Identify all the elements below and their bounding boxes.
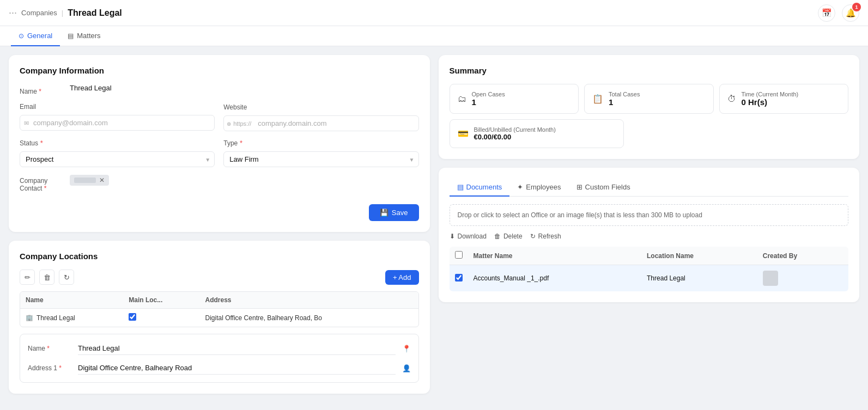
form-actions: 💾 Save [20,200,419,221]
refresh-action[interactable]: ↻ Refresh [530,232,561,240]
save-button[interactable]: 💾 Save [369,204,419,221]
name-value: Thread Legal [70,84,419,92]
matters-tab-icon: ▤ [68,32,74,40]
company-info-card: Company Information Name * Thread Legal … [9,55,430,232]
name-label: Name * [20,84,63,95]
contact-tag-remove[interactable]: ✕ [99,176,105,184]
name-required: * [37,88,41,95]
time-value: 0 Hr(s) [742,97,799,107]
contact-tag-1[interactable]: ✕ [70,175,109,186]
employees-tab-label: Employees [526,183,561,191]
email-icon: ✉ [24,119,29,126]
documents-table: Matter Name Location Name Created By Acc… [450,247,849,291]
col-address: Address [199,292,418,309]
location-name-label: Name * [28,345,71,352]
locations-table: Name Main Loc... Address 🏢 Thread Legal [20,292,418,327]
col-name: Name [20,292,123,309]
upload-zone[interactable]: Drop or click to select an Office or an … [450,204,849,226]
right-column: Summary 🗂 Open Cases 1 📋 Total Cases 1 [439,55,860,395]
billed-label: Billed/Unbilled (Current Month) [474,126,556,133]
tab-employees[interactable]: ✦ Employees [509,179,568,197]
billed-card: 💳 Billed/Unbilled (Current Month) €0.00/… [450,119,624,148]
building-icon: 🏢 [26,314,33,321]
type-label: Type [223,139,238,147]
general-tab-label: General [27,32,52,40]
delete-action[interactable]: 🗑 Delete [494,232,523,240]
main-loc-checkbox[interactable] [129,313,136,321]
delete-location-button[interactable]: 🗑 [39,270,54,285]
top-nav: ··· Companies | Thread Legal 📅 🔔 1 [0,0,868,26]
table-row: Accounts_Manual _1_.pdf Thread Legal [450,265,849,292]
location-name-input[interactable] [78,342,396,355]
total-cases-value: 1 [609,97,640,107]
email-input[interactable] [20,115,215,131]
refresh-action-icon: ↻ [530,232,536,240]
website-icon: ⊕ [227,120,231,126]
col-created-by: Created By [757,247,848,265]
address1-input[interactable] [78,362,396,375]
documents-tab-label: Documents [466,183,502,191]
doc-matter-name: Accounts_Manual _1_.pdf [468,265,642,292]
documents-card: ▤ Documents ✦ Employees ⊞ Custom Fields … [439,168,860,302]
location-form: Name * 📍 Address 1 * 👤 [20,334,419,383]
tab-general[interactable]: ⊙ General [11,26,60,46]
time-card: ⏱ Time (Current Month) 0 Hr(s) [719,84,849,114]
doc-tabs: ▤ Documents ✦ Employees ⊞ Custom Fields [450,179,849,197]
col-location-name: Location Name [641,247,757,265]
left-column: Company Information Name * Thread Legal … [9,55,430,395]
tab-bar: ⊙ General ▤ Matters [0,26,868,46]
breadcrumb-separator: | [62,9,63,17]
company-locations-card: Company Locations ✏ 🗑 ↻ + Add Name [9,241,430,394]
calendar-button[interactable]: 📅 [818,4,835,22]
open-cases-value: 1 [472,97,505,107]
summary-card: Summary 🗂 Open Cases 1 📋 Total Cases 1 [439,55,860,159]
download-icon: ⬇ [450,232,455,240]
contact-tags: ✕ [70,175,109,186]
created-by-avatar [763,271,778,286]
billed-value: €0.00/€0.00 [474,133,556,141]
main-layout: Company Information Name * Thread Legal … [0,46,868,404]
custom-fields-tab-icon: ⊞ [576,183,582,191]
notification-button[interactable]: 🔔 1 [842,4,859,22]
website-field: Website ⊕ https:// [223,103,418,131]
open-cases-icon: 🗂 [458,94,466,104]
nav-right: 📅 🔔 1 [818,4,859,22]
open-cases-card: 🗂 Open Cases 1 [450,84,579,114]
doc-row-checkbox[interactable] [455,274,463,282]
refresh-icon: ↻ [64,273,70,282]
tab-custom-fields[interactable]: ⊞ Custom Fields [569,179,638,197]
documents-table-container: Matter Name Location Name Created By Acc… [450,247,849,291]
tab-documents[interactable]: ▤ Documents [450,179,510,197]
calendar-icon: 📅 [822,8,832,18]
loc-name: Thread Legal [37,314,75,322]
type-select[interactable]: Law Firm Corporation Partnership [223,151,418,167]
total-cases-card: 📋 Total Cases 1 [584,84,714,114]
table-row: 🏢 Thread Legal Digital Office Centre, Ba… [20,309,418,327]
status-label: Status [20,139,38,147]
website-label: Website [223,103,247,111]
download-action[interactable]: ⬇ Download [450,232,487,240]
time-label: Time (Current Month) [742,91,799,97]
documents-tab-icon: ▤ [457,183,464,191]
address1-label: Address 1 * [28,364,71,372]
type-field: Type * Law Firm Corporation Partnership … [223,139,418,167]
breadcrumb-companies[interactable]: Companies [21,9,57,17]
nav-dots[interactable]: ··· [9,7,17,19]
refresh-label: Refresh [538,232,561,240]
doc-location-name: Thread Legal [641,265,757,292]
select-all-checkbox[interactable] [455,251,463,259]
status-select[interactable]: Prospect Active Inactive [20,151,215,167]
edit-location-button[interactable]: ✏ [20,270,35,285]
website-input[interactable] [223,115,418,131]
add-location-button[interactable]: + Add [385,270,419,285]
summary-title: Summary [450,66,849,75]
person-pin-icon: 👤 [402,364,411,372]
page-title: Thread Legal [68,8,122,18]
col-main-loc: Main Loc... [123,292,199,309]
company-info-title: Company Information [20,66,419,75]
tab-matters[interactable]: ▤ Matters [60,26,108,46]
status-field: Status * Prospect Active Inactive ▼ [20,139,215,167]
refresh-location-button[interactable]: ↻ [59,270,74,285]
download-label: Download [458,232,487,240]
col-matter-name: Matter Name [468,247,642,265]
